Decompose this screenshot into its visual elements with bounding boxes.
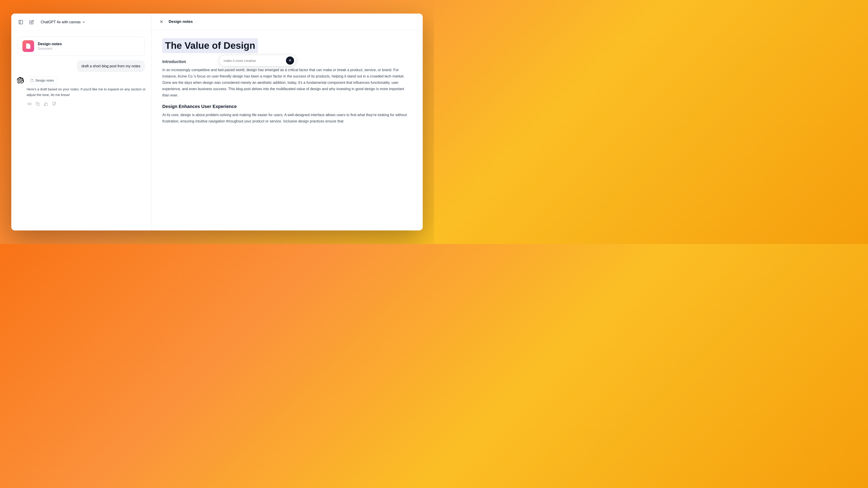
doc-card-subtitle: Document	[38, 47, 62, 51]
section1-paragraph: At its core, design is about problem-sol…	[162, 112, 412, 125]
inline-edit-input[interactable]	[223, 59, 284, 63]
thumbs-down-button[interactable]	[51, 101, 57, 107]
canvas-close-button[interactable]	[158, 18, 165, 25]
svg-rect-0	[19, 20, 23, 24]
blog-post-title: The Value of Design	[162, 38, 258, 53]
inline-edit-bar	[219, 55, 296, 66]
canvas-header: Design notes	[151, 13, 423, 30]
audio-button[interactable]	[27, 101, 33, 107]
feedback-actions	[27, 101, 147, 107]
arrow-up-icon	[288, 59, 292, 62]
doc-reference-chip[interactable]: Design notes	[27, 76, 57, 84]
sidebar-icon	[18, 20, 23, 25]
thumbs-down-icon	[52, 102, 56, 106]
new-chat-button[interactable]	[28, 18, 36, 26]
assistant-response-text: Here's a draft based on your notes. If y…	[27, 87, 147, 98]
doc-chip-label: Design notes	[35, 78, 54, 82]
document-card[interactable]: Design notes Document	[18, 36, 145, 56]
edit-icon	[29, 20, 34, 24]
openai-logo-icon	[17, 77, 24, 84]
doc-card-title: Design notes	[38, 42, 62, 46]
thumbs-up-button[interactable]	[43, 101, 49, 107]
left-panel: ChatGPT 4o with canvas	[11, 13, 151, 230]
copy-icon	[36, 102, 40, 106]
user-message-text: draft a short blog post from my notes	[81, 64, 141, 68]
canvas-title: Design notes	[168, 20, 193, 24]
user-message-bubble: draft a short blog post from my notes	[77, 60, 145, 72]
app-window: ChatGPT 4o with canvas	[11, 13, 423, 230]
assistant-message-group: Design notes Here's a draft based on you…	[16, 76, 147, 107]
thumbs-up-icon	[44, 102, 48, 106]
intro-paragraph: In an increasingly competitive and fast-…	[162, 67, 412, 98]
section1-title: Design Enhances User Experience	[162, 104, 412, 109]
svg-rect-5	[37, 103, 39, 105]
chat-header: ChatGPT 4o with canvas	[11, 13, 151, 31]
assistant-avatar	[17, 77, 24, 84]
canvas-panel: Design notes The Value of Design Introdu…	[151, 13, 423, 230]
chat-area: Design notes Document draft a short blog…	[11, 31, 151, 230]
doc-icon-badge	[22, 40, 34, 52]
audio-icon	[28, 102, 32, 106]
svg-marker-4	[28, 103, 30, 105]
copy-button[interactable]	[35, 101, 41, 107]
model-selector-button[interactable]: ChatGPT 4o with canvas	[38, 19, 88, 26]
doc-card-info: Design notes Document	[38, 42, 62, 51]
assistant-content: Design notes Here's a draft based on you…	[27, 76, 147, 107]
sidebar-toggle-button[interactable]	[17, 18, 25, 26]
chevron-down-icon	[82, 21, 85, 24]
canvas-content: The Value of Design Introduction In an i…	[151, 30, 423, 230]
inline-edit-submit-button[interactable]	[286, 57, 294, 65]
document-svg-icon	[25, 43, 31, 49]
close-icon	[159, 20, 164, 24]
chip-doc-icon	[30, 78, 34, 82]
model-label: ChatGPT 4o with canvas	[41, 20, 81, 24]
